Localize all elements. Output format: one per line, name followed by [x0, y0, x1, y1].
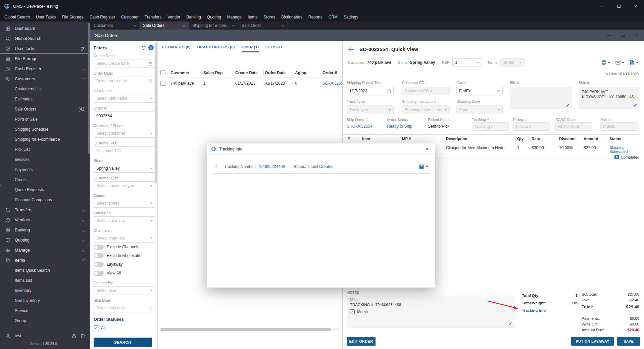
pallets-input[interactable]: Pallets	[600, 122, 638, 131]
mdi-minimize-button[interactable]	[602, 30, 616, 41]
sidebar-item-dashboard[interactable]: Dashboard	[0, 24, 90, 34]
menu-reports[interactable]: Reports	[305, 12, 326, 21]
sidebar-scrollbar[interactable]	[88, 23, 90, 154]
close-icon[interactable]: ×	[183, 23, 185, 28]
sidebar-item-customers[interactable]: Customers	[0, 74, 90, 84]
sidebar-item-pick-list[interactable]: Pick List	[0, 144, 90, 155]
tab-closed[interactable]: CLOSED	[265, 45, 282, 52]
close-icon[interactable]: ×	[133, 23, 136, 28]
row-checkbox[interactable]	[160, 81, 165, 86]
toggle-switch[interactable]	[94, 271, 104, 276]
sidebar-item-cash-register[interactable]: Cash Register	[0, 64, 90, 74]
sidebar-item-global-search[interactable]: Global Search	[0, 34, 90, 44]
tracking-number-input[interactable]: Tracking #	[472, 122, 509, 131]
create-date-input[interactable]: Select create date	[94, 59, 155, 68]
tab-customers[interactable]: Customers×	[90, 21, 140, 30]
tab-shipping-ecommerce[interactable]: Shipping for e-com...×	[189, 21, 238, 30]
menu-cash-register[interactable]: Cash Register	[87, 12, 118, 21]
order-date-input[interactable]: Select order date	[94, 77, 155, 85]
all-checkbox[interactable]: ✓	[94, 325, 98, 330]
menu-dictionaries[interactable]: Dictionaries	[278, 12, 305, 21]
menu-quoting[interactable]: Quoting	[204, 12, 224, 21]
sidebar-item-quoting[interactable]: Quoting	[0, 235, 90, 245]
sidebar-collapse-handle[interactable]: ‹	[0, 182, 2, 188]
user-row[interactable]: test	[0, 331, 90, 341]
sidebar-item-service[interactable]: Service	[0, 306, 90, 316]
sales-rep-select[interactable]: Select sales rep	[94, 216, 155, 225]
bill-to-box[interactable]	[510, 87, 572, 109]
created-by-select[interactable]: Select user	[94, 286, 155, 295]
refresh-icon[interactable]	[141, 45, 146, 50]
menu-global-search[interactable]: Global Search	[1, 12, 33, 21]
menu-banking[interactable]: Banking	[183, 12, 204, 21]
clear-filters-button[interactable]: ×	[148, 45, 154, 50]
sidebar-item-non-inventory[interactable]: Non Inventory	[0, 296, 90, 306]
sidebar-item-inventory[interactable]: Inventory	[0, 286, 90, 296]
rep-select[interactable]: 1	[452, 58, 482, 67]
menu-items[interactable]: Items	[245, 12, 260, 21]
window-minimize-button[interactable]	[594, 0, 610, 12]
search-button[interactable]: SEARCH	[94, 338, 152, 347]
filters-scrollbar[interactable]	[155, 42, 157, 183]
order-status-value[interactable]: Ready to Ship	[387, 124, 412, 129]
sidebar-item-items[interactable]: Items	[0, 255, 90, 265]
menu-vendor[interactable]: Vendor	[164, 12, 183, 21]
back-arrow-icon[interactable]	[348, 47, 355, 52]
menu-settings[interactable]: Settings	[341, 12, 361, 21]
order-number-input[interactable]: 0032554	[94, 112, 155, 120]
close-icon[interactable]: ×	[232, 23, 235, 28]
sidebar-item-items-quick-search[interactable]: Items Quick Search	[0, 265, 90, 275]
sidebar-item-estimates[interactable]: Estimates	[0, 94, 90, 104]
print-button[interactable]	[601, 60, 610, 66]
pickup-number-input[interactable]: Pickup #	[513, 122, 550, 131]
store-select[interactable]: Spring Valley	[94, 164, 155, 173]
sidebar-item-banking[interactable]: Banking	[0, 225, 90, 235]
sidebar-item-discount-campaigns[interactable]: Discount Campaigns	[0, 195, 90, 205]
sidebar-item-point-of-sale[interactable]: Point of Sale	[0, 114, 90, 124]
sidebar-item-customers-list[interactable]: Customers List	[0, 84, 90, 94]
ship-order-link[interactable]: SHO-0032554	[347, 124, 373, 129]
shipping-status[interactable]: Shipping Scheduled	[609, 145, 639, 154]
terms-select[interactable]: Terms	[500, 58, 525, 67]
column-header[interactable]: Order #	[323, 68, 337, 78]
menu-manage[interactable]: Manage	[224, 12, 245, 21]
tab-draft-orders[interactable]: DRAFT ORDERS (0)	[197, 45, 235, 52]
tracking-number-link[interactable]: 794606234468	[258, 164, 285, 169]
toggle-switch[interactable]	[94, 253, 104, 258]
menu-crm[interactable]: CRM	[326, 12, 341, 21]
toggle-layaway[interactable]: Layaway	[94, 260, 155, 269]
sidebar-item-group[interactable]: Group	[0, 316, 90, 326]
sidebar-item-shipping-ecommerce[interactable]: Shipping for e-commerce	[0, 134, 90, 144]
memo-checkbox[interactable]: ✓	[350, 309, 355, 314]
customer-type-select[interactable]: Select customer type	[94, 181, 155, 190]
column-header[interactable]: Create Date	[235, 68, 258, 78]
sort-lines-icon[interactable]	[109, 46, 113, 50]
column-header[interactable]: Sales Rep	[203, 68, 222, 78]
shipping-zone-select[interactable]: Zone	[456, 105, 503, 114]
sidebar-item-user-tasks[interactable]: User Tasks(2)	[0, 44, 90, 54]
order-row[interactable]: 740 park ave 1 01/17/2023 01/17/2023 0 S…	[158, 78, 342, 88]
tab-sale-order[interactable]: Sale Order×	[238, 21, 288, 30]
customer-phone-select[interactable]: Select customer	[94, 129, 155, 138]
status-link[interactable]: Label Created	[308, 164, 333, 169]
sidebar-item-sale-orders[interactable]: Sale Orders(42)	[0, 104, 90, 114]
sidebar-item-credits[interactable]: Credits	[0, 175, 90, 185]
menu-stores[interactable]: Stores	[260, 12, 278, 21]
column-header[interactable]: Customer	[170, 68, 189, 78]
document-button[interactable]	[629, 60, 639, 66]
toggle-exclude-channels[interactable]: Exclude Channels	[94, 243, 155, 251]
select-all-checkbox[interactable]	[160, 70, 165, 75]
sidebar-item-quote-requests[interactable]: Quote Requests	[0, 185, 90, 195]
mdi-close-button[interactable]: ×	[630, 30, 644, 41]
sidebar-item-file-storage[interactable]: File Storage	[0, 54, 90, 64]
ship-to-box[interactable]: 740 PARK AVEKIRYAS JOEL, NY, 10950, US	[579, 87, 640, 109]
column-header[interactable]: Order Date	[265, 68, 286, 78]
lock-icon[interactable]	[71, 334, 77, 339]
zones-select[interactable]: Select zones	[94, 199, 155, 208]
window-close-button[interactable]: ×	[627, 0, 644, 12]
dialog-close-button[interactable]: ×	[419, 143, 435, 155]
shipping-instructions-select[interactable]: Shipping instructions	[402, 105, 450, 114]
mdi-restore-button[interactable]	[616, 30, 630, 41]
sidebar-item-transfers[interactable]: Transfers	[0, 205, 90, 215]
truck-type-select[interactable]: Truck type	[347, 105, 394, 114]
